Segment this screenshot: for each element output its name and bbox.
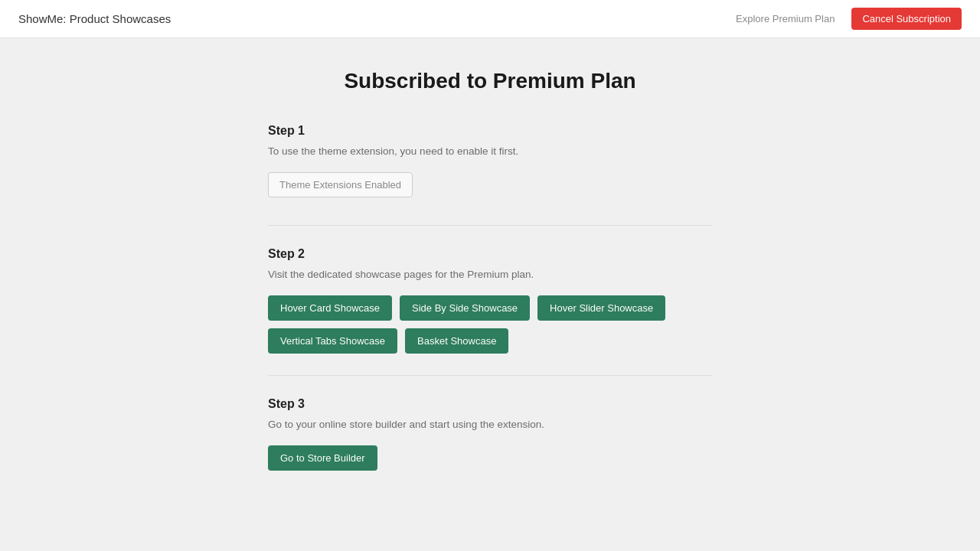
- divider-2: [268, 375, 712, 376]
- navbar: ShowMe: Product Showcases Explore Premiu…: [0, 0, 980, 38]
- cancel-subscription-button[interactable]: Cancel Subscription: [851, 8, 962, 30]
- step-1-label: Step 1: [268, 124, 712, 138]
- theme-extensions-badge: Theme Extensions Enabled: [268, 172, 413, 197]
- step-1-description: To use the theme extension, you need to …: [268, 145, 712, 157]
- step-1-section: Step 1 To use the theme extension, you n…: [268, 124, 712, 204]
- app-brand: ShowMe: Product Showcases: [18, 12, 171, 25]
- step-3-description: Go to your online store builder and star…: [268, 419, 712, 430]
- showcase-buttons-container: Hover Card Showcase Side By Side Showcas…: [268, 295, 712, 354]
- vertical-tabs-showcase-button[interactable]: Vertical Tabs Showcase: [268, 328, 397, 354]
- side-by-side-showcase-button[interactable]: Side By Side Showcase: [400, 295, 530, 321]
- divider-1: [268, 225, 712, 226]
- step-2-description: Visit the dedicated showcase pages for t…: [268, 269, 712, 280]
- navbar-actions: Explore Premium Plan Cancel Subscription: [728, 8, 962, 30]
- step-2-label: Step 2: [268, 247, 712, 261]
- step-3-section: Step 3 Go to your online store builder a…: [268, 397, 712, 471]
- hover-slider-showcase-button[interactable]: Hover Slider Showcase: [537, 295, 665, 321]
- hover-card-showcase-button[interactable]: Hover Card Showcase: [268, 295, 392, 321]
- go-to-store-builder-button[interactable]: Go to Store Builder: [268, 445, 377, 471]
- main-content: Subscribed to Premium Plan Step 1 To use…: [253, 38, 727, 501]
- basket-showcase-button[interactable]: Basket Showcase: [405, 328, 508, 354]
- step-2-section: Step 2 Visit the dedicated showcase page…: [268, 247, 712, 354]
- step-3-label: Step 3: [268, 397, 712, 411]
- page-title: Subscribed to Premium Plan: [268, 69, 712, 93]
- explore-premium-button[interactable]: Explore Premium Plan: [728, 8, 842, 29]
